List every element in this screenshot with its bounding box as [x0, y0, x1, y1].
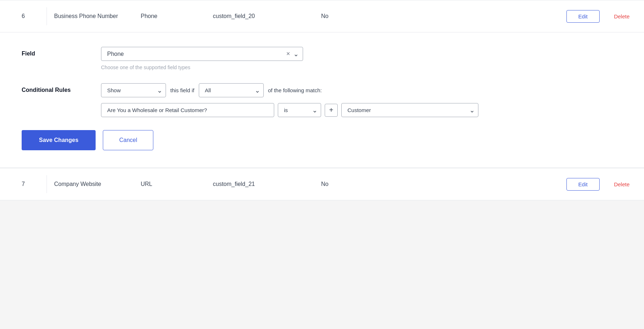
- field-key-7: custom_field_21: [206, 175, 314, 193]
- condition-item-row: Are You a Wholesale or Retail Customer? …: [101, 103, 622, 117]
- field-type-7: URL: [133, 175, 206, 193]
- field-label: Field: [22, 47, 101, 57]
- button-row: Save Changes Cancel: [22, 130, 622, 150]
- row-number-7: 7: [0, 175, 47, 193]
- field-name-7: Company Website: [47, 175, 133, 193]
- field-clear-icon[interactable]: ×: [286, 50, 290, 58]
- field-name: Business Phone Number: [47, 7, 133, 25]
- field-required: No: [314, 7, 368, 25]
- cancel-button[interactable]: Cancel: [103, 130, 153, 150]
- row-actions-7: Edit Delete: [368, 172, 644, 196]
- condition-value-select[interactable]: Customer: [341, 103, 478, 117]
- all-select-wrapper: All ⌄: [199, 83, 264, 97]
- conditional-control-group: Show ⌄ this field if All ⌄ of the follow…: [101, 83, 622, 117]
- row-number: 6: [0, 7, 47, 25]
- save-changes-button[interactable]: Save Changes: [22, 130, 96, 150]
- field-type-select[interactable]: Phone: [101, 47, 303, 61]
- table-row-7: 7 Company Website URL custom_field_21 No…: [0, 168, 644, 200]
- condition-field-select[interactable]: Are You a Wholesale or Retail Customer?: [101, 103, 274, 117]
- delete-button-6[interactable]: Delete: [614, 13, 630, 19]
- show-select-wrapper: Show ⌄: [101, 83, 166, 97]
- conditional-label: Conditional Rules: [22, 83, 101, 93]
- condition-value-select-wrapper: Customer ⌄: [341, 103, 478, 117]
- field-select-wrapper: Phone × ⌄: [101, 47, 303, 61]
- of-following-text: of the following match:: [268, 87, 322, 93]
- add-condition-button[interactable]: +: [325, 104, 338, 117]
- edit-section: Field Phone × ⌄ Choose one of the suppor…: [0, 32, 644, 168]
- row-actions: Edit Delete: [368, 4, 644, 28]
- is-select[interactable]: is: [278, 103, 321, 117]
- field-form-row: Field Phone × ⌄ Choose one of the suppor…: [22, 47, 622, 70]
- field-control-group: Phone × ⌄ Choose one of the supported fi…: [101, 47, 622, 70]
- this-field-if-text: this field if: [170, 87, 194, 93]
- page-container: 6 Business Phone Number Phone custom_fie…: [0, 0, 644, 200]
- table-row: 6 Business Phone Number Phone custom_fie…: [0, 0, 644, 32]
- field-key: custom_field_20: [206, 7, 314, 25]
- edit-button-7[interactable]: Edit: [566, 178, 600, 191]
- conditional-form-row: Conditional Rules Show ⌄ this field if A…: [22, 83, 622, 117]
- field-hint: Choose one of the supported field types: [101, 65, 622, 70]
- field-type: Phone: [133, 7, 206, 25]
- show-select[interactable]: Show: [101, 83, 166, 97]
- edit-button-6[interactable]: Edit: [566, 10, 600, 23]
- all-select[interactable]: All: [199, 83, 264, 97]
- conditional-top-row: Show ⌄ this field if All ⌄ of the follow…: [101, 83, 622, 97]
- delete-button-7[interactable]: Delete: [614, 181, 630, 187]
- field-required-7: No: [314, 175, 368, 193]
- is-select-wrapper: is ⌄: [278, 103, 321, 117]
